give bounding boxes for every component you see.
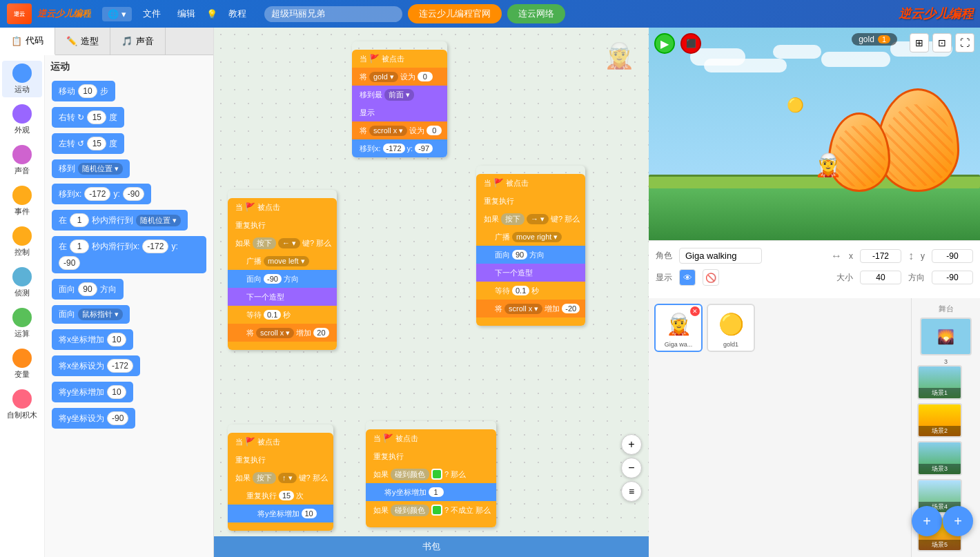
file-menu[interactable]: 文件	[137, 5, 166, 23]
block-turn-right[interactable]: 右转 ↻ 15 度	[50, 105, 208, 130]
block-g1-moveto[interactable]: 移到x: -172 y: -97	[352, 139, 447, 157]
block-g2-scrolladd[interactable]: 将 scroll x ▾ 增加 20	[228, 324, 337, 342]
cat-control[interactable]: 控制	[2, 224, 42, 260]
project-name-input[interactable]	[264, 6, 402, 22]
sprite-name-input[interactable]	[679, 248, 762, 264]
tab-costume[interactable]: ✏️ 造型	[55, 28, 110, 55]
front-drop[interactable]: 前面 ▾	[384, 89, 414, 101]
block-g5-repeat[interactable]: 重复执行	[366, 447, 496, 465]
stage-main-thumb[interactable]: 🌄	[920, 317, 972, 355]
block-glide-random[interactable]: 在 1 秒内滑行到 随机位置 ▾	[50, 208, 208, 233]
block-g2-if[interactable]: 如果 按下 ← ▾ 键? 那么	[228, 234, 337, 252]
block-face-dir[interactable]: 面向 90 方向	[50, 277, 208, 302]
key-right-drop[interactable]: → ▾	[527, 214, 549, 224]
block-g1-scrollx[interactable]: 将 scroll x ▾ 设为 0	[352, 121, 447, 139]
cat-operators[interactable]: 运算	[2, 305, 42, 342]
block-g1-set-gold[interactable]: 将 gold ▾ 设为 0	[352, 68, 447, 86]
block-move-val[interactable]: 10	[78, 84, 97, 98]
show-visible-btn[interactable]: 👁	[679, 269, 696, 286]
cat-sound[interactable]: 声音	[2, 142, 42, 179]
cat-looks[interactable]: 外观	[2, 101, 42, 138]
site-link-button[interactable]: 连云少儿编程官网	[408, 4, 502, 23]
block-move[interactable]: 移动 10 步	[50, 79, 208, 104]
block-turnr-val[interactable]: 15	[87, 110, 106, 124]
sprite-giga-delete[interactable]: ✕	[690, 306, 700, 316]
broadcast-moveright-drop[interactable]: move right ▾	[512, 232, 562, 242]
block-g3-wait[interactable]: 等待 0.1 秒	[476, 282, 585, 300]
block-g2-face[interactable]: 面向 -90 方向	[228, 270, 337, 288]
g4-repeat-val[interactable]: 15	[279, 491, 294, 500]
block-g4-repeat[interactable]: 重复执行	[228, 451, 333, 469]
g2-scroll-val[interactable]: 20	[313, 328, 329, 338]
block-turn-left[interactable]: 左转 ↺ 15 度	[50, 131, 208, 156]
block-g5-ifcolorfalse[interactable]: 如果 碰到颜色 ? 不成立 那么	[366, 501, 496, 519]
g1-x[interactable]: -172	[383, 144, 405, 153]
block-g3-repeat[interactable]: 重复执行	[476, 192, 585, 210]
g3-scroll-val[interactable]: -20	[562, 304, 580, 313]
block-g2-hat[interactable]: 当 🚩 被点击	[228, 198, 337, 216]
show-hidden-btn[interactable]: 🚫	[703, 269, 719, 286]
block-g3-scrolladd[interactable]: 将 scroll x ▾ 增加 -20	[476, 300, 585, 317]
color-block-green[interactable]	[431, 469, 442, 480]
g2-face-val[interactable]: -90	[264, 274, 282, 284]
g5-y-val[interactable]: 1	[429, 487, 444, 497]
scene-1[interactable]: 场景1	[917, 365, 962, 400]
tab-code[interactable]: 📋 代码	[0, 28, 55, 55]
block-g1-show[interactable]: 显示	[352, 104, 447, 121]
block-changex-val[interactable]: 10	[107, 333, 126, 346]
cat-variables[interactable]: 变量	[2, 346, 42, 382]
block-goto-x-val[interactable]: -172	[84, 187, 110, 201]
key-up-drop[interactable]: ↑ ▾	[278, 473, 297, 483]
zoom-out-button[interactable]: −	[621, 458, 642, 478]
g1-y[interactable]: -97	[415, 144, 433, 153]
color-block-green2[interactable]	[431, 505, 442, 516]
stage-full-btn[interactable]: ⛶	[955, 33, 974, 52]
block-set-y[interactable]: 将y坐标设为 -90	[50, 406, 208, 431]
add-sprite-button[interactable]: +	[912, 506, 942, 536]
scene-2[interactable]: 场景2	[917, 403, 962, 438]
block-g2-wait[interactable]: 等待 0.1 秒	[228, 306, 337, 324]
backpack[interactable]: 书包	[214, 536, 649, 557]
add-scene-button[interactable]: +	[943, 506, 973, 536]
block-change-x[interactable]: 将x坐标增加 10	[50, 327, 208, 352]
more-options-button[interactable]: ≡	[621, 481, 642, 502]
block-goto-y-val[interactable]: -90	[123, 187, 144, 201]
block-glidexy-yv[interactable]: -90	[59, 256, 80, 270]
block-g4-if[interactable]: 如果 按下 ↑ ▾ 键? 那么	[228, 469, 333, 487]
block-g3-face[interactable]: 面向 90 方向	[476, 246, 585, 264]
gold-val[interactable]: 0	[418, 72, 433, 81]
gold-drop[interactable]: gold ▾	[369, 72, 398, 82]
block-glide-drop[interactable]: 随机位置 ▾	[136, 215, 181, 226]
block-glide-val[interactable]: 1	[70, 213, 89, 227]
block-g5-yaddy[interactable]: 将y坐标增加 1	[366, 483, 496, 501]
block-g4-changey[interactable]: 将y坐标增加 10	[228, 505, 333, 522]
code-area[interactable]: 🧝 当 🚩 被点击 将 gold ▾ 设为 0 移到最	[214, 28, 649, 557]
network-link-button[interactable]: 连云网络	[507, 4, 565, 23]
broadcast-moveleft-drop[interactable]: move left ▾	[264, 256, 309, 266]
cat-custom[interactable]: 自制积木	[2, 387, 42, 423]
sprite-gold[interactable]: 🟡 gold1	[707, 304, 755, 352]
globe-button[interactable]: 🌐 ▾	[102, 7, 132, 21]
block-goto-random[interactable]: 移到 随机位置 ▾	[50, 157, 208, 180]
block-set-x[interactable]: 将x坐标设为 -172	[50, 353, 208, 378]
block-g2-nextcostume[interactable]: 下一个造型	[228, 288, 337, 306]
g3-wait-val[interactable]: 0.1	[512, 286, 529, 295]
block-glide-xy[interactable]: 在 1 秒内滑行到x: -172 y: -90	[50, 234, 208, 275]
block-sety-val[interactable]: -90	[107, 411, 128, 425]
cat-sensing[interactable]: 侦测	[2, 264, 42, 301]
stop-button[interactable]: ⬛	[680, 33, 701, 54]
block-g1-movefront[interactable]: 移到最 前面 ▾	[352, 86, 447, 104]
block-changey-val[interactable]: 10	[107, 385, 126, 399]
g3-face-val[interactable]: 90	[512, 250, 527, 260]
block-g5-ifcolor[interactable]: 如果 碰到颜色 ? 那么	[366, 465, 496, 483]
sprite-giga[interactable]: ✕ 🧝 Giga wa...	[654, 304, 703, 352]
block-goto-drop[interactable]: 随机位置 ▾	[78, 163, 123, 175]
block-glidexy-xv[interactable]: -172	[142, 240, 168, 253]
teach-menu[interactable]: 教程	[223, 5, 252, 23]
block-g2-repeat[interactable]: 重复执行	[228, 216, 337, 234]
scene-3[interactable]: 场景3	[917, 441, 962, 476]
block-g5-hat[interactable]: 当 🚩 被点击	[366, 429, 496, 447]
block-change-y[interactable]: 将y坐标增加 10	[50, 380, 208, 404]
block-g4-hat[interactable]: 当 🚩 被点击	[228, 433, 333, 451]
edit-menu[interactable]: 编辑	[172, 5, 201, 23]
